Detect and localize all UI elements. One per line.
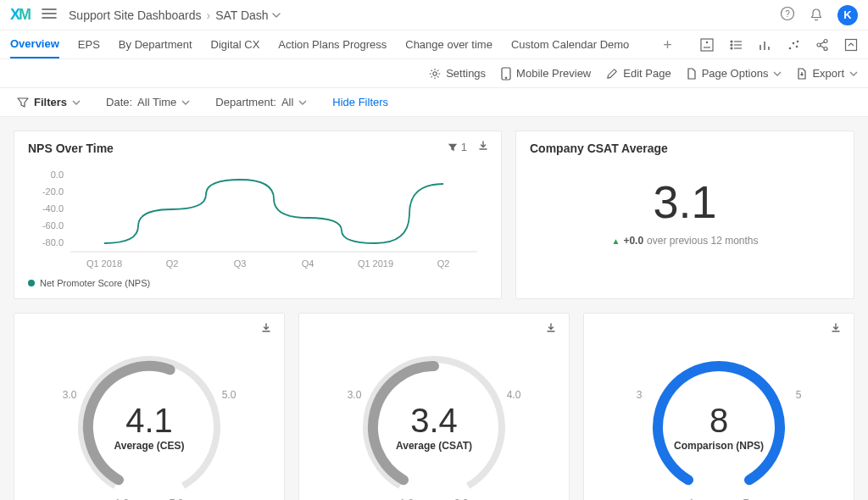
svg-text:Q4: Q4	[302, 258, 314, 269]
notifications-icon[interactable]	[809, 8, 824, 23]
svg-text:Q1 2018: Q1 2018	[86, 258, 122, 269]
page-icon	[687, 68, 697, 80]
gauge-csat: 3.4Average (CSAT)3.04.01.06.0	[298, 313, 570, 500]
bar-chart-icon[interactable]	[758, 38, 771, 52]
topbar-right: ? K	[780, 5, 858, 25]
tab-eps[interactable]: EPS	[78, 31, 100, 58]
chevron-down-icon	[773, 71, 782, 76]
tab-custom-calendar[interactable]: Custom Calendar Demo	[511, 31, 629, 58]
svg-point-19	[796, 45, 798, 47]
trend-up-icon: ▲	[611, 236, 620, 246]
svg-text:?: ?	[785, 9, 790, 19]
svg-point-29	[505, 77, 507, 79]
date-filter[interactable]: Date: All Time	[106, 96, 190, 108]
svg-text:Average (CSAT): Average (CSAT)	[396, 440, 472, 452]
chevron-down-icon	[181, 100, 190, 105]
page-options-label: Page Options	[702, 67, 769, 80]
dept-label: Department:	[215, 96, 276, 108]
svg-text:-60.0: -60.0	[42, 220, 64, 231]
svg-point-8	[731, 41, 732, 42]
svg-text:0.0: 0.0	[51, 169, 64, 180]
avatar[interactable]: K	[837, 5, 858, 25]
chevron-down-icon	[72, 100, 81, 105]
svg-point-17	[789, 47, 792, 49]
svg-text:4.1: 4.1	[125, 402, 173, 439]
breadcrumb-parent[interactable]: Support Site Dashboards	[69, 8, 201, 22]
tab-by-department[interactable]: By Department	[119, 31, 192, 58]
chevron-down-icon	[298, 100, 307, 105]
help-icon[interactable]: ?	[780, 6, 795, 24]
download-icon[interactable]	[477, 140, 489, 154]
filters-button[interactable]: Filters	[17, 96, 81, 108]
list-icon[interactable]	[729, 38, 743, 52]
nps-legend-label: Net Promoter Score (NPS)	[40, 278, 150, 288]
topbar: XM Support Site Dashboards › SAT Dash ? …	[0, 0, 868, 31]
svg-point-23	[824, 47, 827, 50]
nps-legend: Net Promoter Score (NPS)	[28, 278, 487, 288]
svg-text:Q1 2019: Q1 2019	[358, 258, 393, 269]
card-filter-icon[interactable]: 1	[448, 140, 467, 154]
svg-point-20	[797, 40, 799, 42]
chevron-right-icon: ›	[206, 8, 210, 22]
breadcrumb-current[interactable]: SAT Dash	[215, 8, 281, 22]
svg-text:3.0: 3.0	[348, 389, 362, 401]
widget-icon[interactable]	[700, 38, 714, 52]
export-icon	[797, 68, 807, 80]
fullscreen-icon[interactable]	[844, 38, 858, 52]
svg-text:Q3: Q3	[234, 258, 247, 269]
share-icon[interactable]	[815, 38, 829, 52]
dept-value: All	[281, 96, 293, 108]
svg-text:4.0: 4.0	[507, 389, 521, 401]
scatter-icon[interactable]	[787, 38, 800, 52]
export-button[interactable]: Export	[797, 67, 858, 80]
mobile-icon	[501, 67, 511, 81]
tab-overview[interactable]: Overview	[10, 31, 59, 58]
chevron-down-icon	[849, 71, 858, 76]
hamburger-icon[interactable]	[42, 8, 57, 22]
breadcrumb-current-label: SAT Dash	[215, 8, 269, 22]
svg-point-12	[731, 47, 732, 49]
svg-text:Comparison (NPS): Comparison (NPS)	[674, 440, 764, 452]
tab-digital-cx[interactable]: Digital CX	[211, 31, 260, 58]
nps-card: 1 NPS Over Time 0.0-20.0-40.0-60.0-80.0Q…	[14, 131, 502, 299]
filterbar: Filters Date: All Time Department: All H…	[0, 88, 868, 117]
funnel-icon	[448, 142, 458, 153]
svg-text:Q2: Q2	[437, 258, 450, 269]
svg-line-25	[821, 46, 824, 48]
svg-text:5: 5	[796, 389, 802, 401]
mobile-preview-button[interactable]: Mobile Preview	[501, 67, 591, 81]
page-options-button[interactable]: Page Options	[687, 67, 782, 80]
nps-card-title: NPS Over Time	[28, 142, 487, 155]
svg-text:-20.0: -20.0	[42, 186, 64, 197]
svg-text:3.0: 3.0	[63, 389, 77, 401]
svg-text:3: 3	[637, 389, 643, 401]
download-icon[interactable]	[830, 322, 842, 336]
svg-text:5.0: 5.0	[222, 389, 236, 401]
svg-text:-40.0: -40.0	[42, 203, 64, 214]
tabs: Overview EPS By Department Digital CX Ac…	[10, 31, 672, 58]
settings-button[interactable]: Settings	[429, 67, 486, 80]
download-icon[interactable]	[260, 322, 272, 336]
svg-point-27	[433, 71, 437, 75]
hide-filters-link[interactable]: Hide Filters	[332, 96, 388, 108]
filters-label: Filters	[34, 96, 67, 108]
csat-card: Company CSAT Average 3.1 ▲ +0.0 over pre…	[515, 131, 854, 299]
tab-action-plans[interactable]: Action Plans Progress	[278, 31, 387, 58]
avatar-initial: K	[843, 8, 851, 21]
svg-text:-80.0: -80.0	[42, 237, 64, 247]
mobile-preview-label: Mobile Preview	[516, 67, 591, 80]
svg-text:8: 8	[709, 402, 728, 439]
actionbar: Settings Mobile Preview Edit Page Page O…	[0, 59, 868, 88]
edit-page-button[interactable]: Edit Page	[606, 67, 670, 80]
pencil-icon	[606, 68, 618, 80]
svg-rect-5	[701, 39, 713, 51]
settings-label: Settings	[446, 67, 486, 80]
csat-delta: +0.0	[623, 235, 643, 247]
add-tab-button[interactable]: +	[663, 37, 672, 53]
gauge-nps: 8Comparison (NPS)3517	[583, 313, 854, 500]
tab-change-over-time[interactable]: Change over time	[405, 31, 492, 58]
tabsbar: Overview EPS By Department Digital CX Ac…	[0, 31, 868, 59]
download-icon[interactable]	[545, 322, 557, 336]
department-filter[interactable]: Department: All	[215, 96, 307, 108]
svg-point-21	[824, 39, 827, 42]
